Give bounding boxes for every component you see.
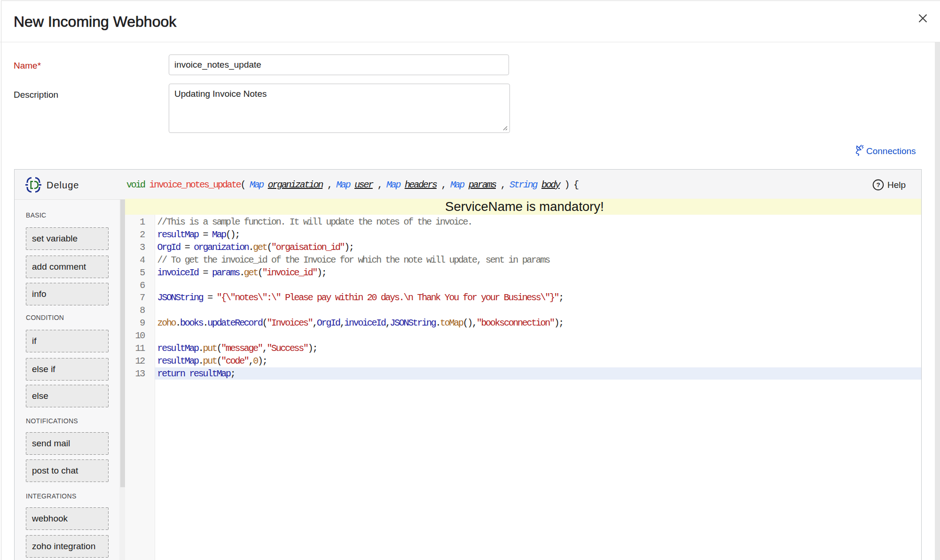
svg-text:?: ?: [876, 181, 880, 188]
